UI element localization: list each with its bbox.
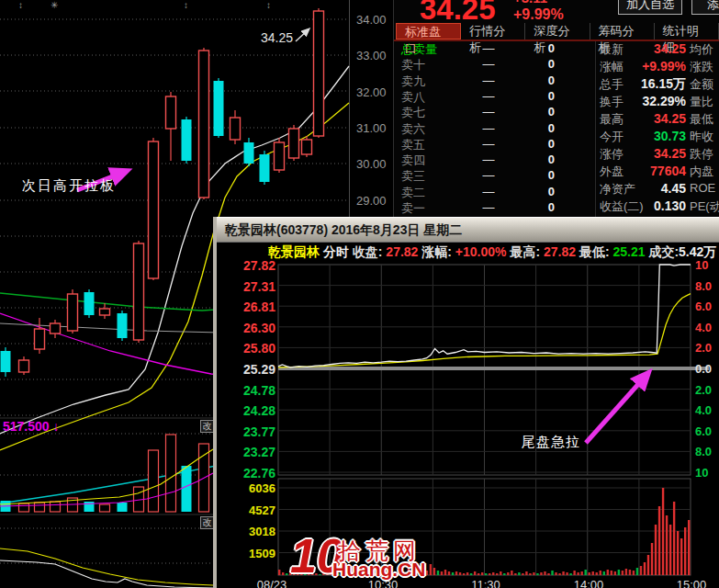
stat-value: 34.25: [624, 146, 686, 161]
stat-row-涨停: 涨停34.25跌停: [598, 146, 719, 164]
percent-tick: 6.0: [695, 300, 719, 313]
add-button[interactable]: 添加: [691, 0, 719, 15]
sell-row-label: 卖二: [401, 185, 425, 201]
change-percent: +9.99%: [513, 6, 564, 23]
stat-value: 30.73: [624, 129, 686, 143]
stat-row-收益(二): 收益(二)0.130PE(动: [598, 198, 719, 216]
stat-label: 涨停: [600, 146, 624, 163]
change-absolute: +3.11: [513, 0, 547, 6]
price-tick: 27.82: [220, 258, 275, 273]
percent-tick: 4.0: [695, 403, 719, 417]
sell-row-label: 卖五: [401, 137, 425, 153]
info-segment: 成交:: [646, 244, 680, 259]
tab-标准盘口[interactable]: 标准盘口: [396, 23, 461, 40]
price-tick: 23.77: [220, 424, 275, 439]
sell-row-label: 卖一: [401, 200, 425, 217]
sell-row-volume: 0: [504, 57, 555, 71]
kline-y-tick: 31.00: [356, 121, 387, 135]
sell-row-卖四: 卖四—0: [394, 153, 594, 168]
percent-tick: 10: [695, 258, 719, 272]
stat-value: 34.25: [624, 41, 686, 56]
percent-tick: 0.0: [695, 362, 719, 376]
price-tick: 26.30: [220, 321, 275, 335]
kline-y-tick: 30.00: [356, 157, 387, 171]
time-tick: 14:00: [568, 578, 609, 588]
stat-value: 77604: [624, 164, 686, 178]
stat-row-最新: 最新34.25均价: [598, 41, 719, 59]
sell-row-label: 卖十: [401, 57, 425, 74]
sell-row-label: 卖八: [401, 89, 425, 106]
edit-indicator-button-volume[interactable]: 改: [200, 420, 214, 433]
sell-row-volume: 0: [504, 74, 555, 87]
edit-indicator-button-sub[interactable]: 改: [200, 516, 214, 529]
stat-label-2: 跌停: [690, 146, 713, 163]
price-tick: 22.76: [220, 466, 275, 481]
column-divider: [595, 41, 596, 217]
percent-tick: 4.0: [695, 321, 719, 334]
kline-y-tick: 33.00: [356, 49, 387, 62]
stat-label: 最新: [600, 41, 624, 58]
add-watchlist-button[interactable]: 加入自选: [618, 0, 682, 15]
stat-label: 外盘: [600, 164, 624, 180]
stat-label: 最高: [600, 111, 624, 128]
intraday-popup-window: 乾景园林(603778) 2016年8月23日 星期二 乾景园林 分时 收盘: …: [213, 217, 719, 588]
tab-行情分析[interactable]: 行情分析: [461, 23, 525, 40]
info-segment: 最高:: [507, 244, 544, 259]
signal-marker-icon: ↕: [266, 0, 271, 10]
percent-tick: 10: [695, 466, 719, 480]
volume-tick: 3018: [220, 525, 275, 538]
stat-label-2: PE(动: [690, 198, 719, 215]
info-segment: 涨幅:: [418, 244, 455, 259]
sell-row-volume: 0: [504, 168, 555, 182]
stat-label-2: 涨跌: [690, 59, 713, 75]
price-tick: 25.29: [220, 362, 275, 377]
sell-row-volume: 0: [504, 185, 555, 198]
stat-value: 32.29%: [624, 94, 686, 108]
stat-label-2: ROE: [690, 181, 715, 195]
time-tick: 08/23: [252, 578, 292, 588]
price-tick: 24.78: [220, 383, 275, 398]
quote-tab-bar: 标准盘口行情分析深度分析筹码分析统计明细: [396, 23, 719, 40]
stat-row-外盘: 外盘77604内盘: [598, 164, 719, 181]
volume-tick: 1509: [220, 547, 275, 560]
sell-row-卖二: 卖二—0: [394, 185, 594, 200]
sell-row-卖十: 卖十—0: [394, 57, 594, 73]
stat-label-2: 昨收: [690, 129, 713, 145]
signal-marker-icon: ↕: [184, 0, 188, 10]
percent-tick: 8.0: [695, 445, 719, 458]
sell-row-label: 卖六: [401, 121, 425, 138]
sell-row-卖九: 卖九—0: [394, 74, 594, 89]
volume-ma-label: 517.500 ↓: [3, 419, 60, 434]
sell-row-volume: 0: [504, 153, 555, 166]
info-segment: 25.21: [612, 244, 645, 259]
volume-tick: 4527: [220, 503, 275, 517]
kline-y-tick: 34.00: [356, 13, 387, 27]
sell-row-volume: 0: [504, 105, 555, 119]
popup-title-bar[interactable]: 乾景园林(603778) 2016年8月23日 星期二: [217, 217, 719, 242]
time-tick: 11:30: [466, 578, 506, 588]
tab-统计明细[interactable]: 统计明细: [655, 23, 719, 40]
tab-筹码分析[interactable]: 筹码分析: [590, 23, 655, 40]
stat-label: 总手: [600, 76, 624, 93]
percent-tick: 6.0: [695, 424, 719, 438]
watermark: 10 拾荒网 Huang.CN: [290, 534, 437, 584]
stat-row-今开: 今开30.73昨收: [598, 129, 719, 146]
trading-app-window: 34.25 次日高开拉板 517.500 ↓ 改 改 34.0033.0032.…: [0, 0, 719, 588]
sell-row-卖七: 卖七—0: [394, 105, 594, 120]
info-segment: 收盘:: [349, 244, 386, 259]
volume-ma-value: 517.500: [3, 419, 50, 434]
percent-tick: 2.0: [695, 383, 719, 397]
signal-marker-icon: ↕: [18, 0, 23, 10]
volume-tick: 6036: [220, 481, 275, 495]
stat-label-2: 均价: [690, 41, 713, 58]
info-segment: 乾景园林: [268, 244, 320, 259]
sell-row-volume: 0: [504, 121, 555, 135]
stat-label-2: 金额: [690, 76, 713, 93]
signal-marker-icon: ✳: [51, 0, 58, 10]
tab-深度分析[interactable]: 深度分析: [525, 23, 590, 40]
sell-row-label: 总卖量: [401, 41, 437, 58]
sell-row-volume: 0: [504, 41, 555, 55]
info-segment: 27.82: [386, 244, 418, 259]
price-tick: 24.28: [220, 403, 275, 418]
kline-y-tick: 32.00: [356, 85, 387, 99]
